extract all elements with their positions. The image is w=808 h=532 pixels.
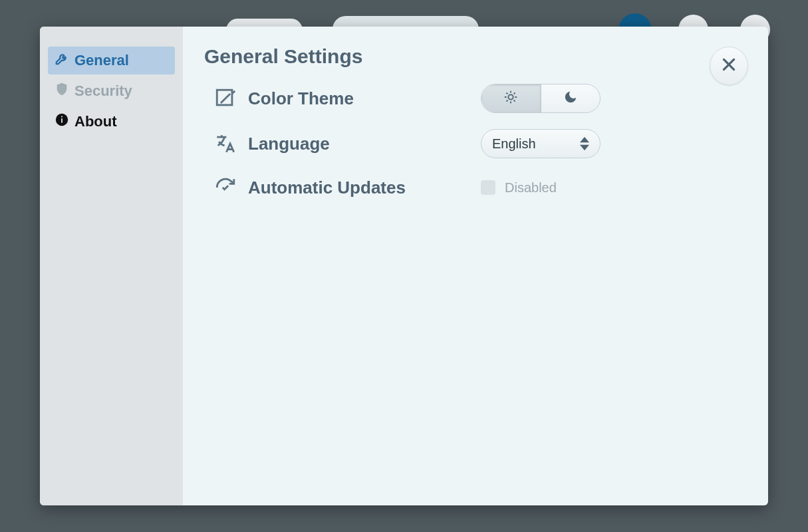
theme-dark-option[interactable] <box>541 84 601 112</box>
sidebar-item-general[interactable]: General <box>48 47 175 74</box>
sidebar-item-label: Security <box>74 82 132 100</box>
update-icon <box>212 174 239 201</box>
setting-label: Automatic Updates <box>248 178 481 198</box>
select-caret-icon <box>580 135 589 152</box>
translate-icon <box>212 130 239 157</box>
shield-icon <box>55 82 69 100</box>
settings-sidebar: General Security About <box>40 27 183 505</box>
settings-modal: General Security About General Settings <box>40 27 768 505</box>
sun-icon <box>503 90 518 107</box>
setting-row-language: Language English <box>212 129 747 158</box>
setting-label: Language <box>248 134 481 154</box>
auto-updates-control: Disabled <box>481 180 557 196</box>
language-select[interactable]: English <box>481 129 601 158</box>
info-icon <box>55 112 69 131</box>
svg-line-13 <box>507 100 508 102</box>
svg-rect-1 <box>61 118 63 122</box>
sidebar-item-label: About <box>74 113 117 130</box>
page-title: General Settings <box>204 45 747 68</box>
sidebar-item-security: Security <box>48 77 175 105</box>
setting-row-auto-updates: Automatic Updates Disabled <box>212 174 747 201</box>
svg-line-14 <box>514 92 515 94</box>
close-button[interactable] <box>710 47 748 85</box>
svg-line-11 <box>507 92 508 94</box>
svg-rect-5 <box>217 90 232 105</box>
color-theme-toggle <box>481 84 601 113</box>
auto-updates-checkbox[interactable] <box>481 180 495 195</box>
svg-rect-2 <box>61 116 63 118</box>
auto-updates-status: Disabled <box>505 180 557 196</box>
sidebar-item-label: General <box>74 52 129 69</box>
wrench-icon <box>55 51 69 70</box>
setting-row-color-theme: Color Theme <box>212 84 747 113</box>
moon-icon <box>563 90 578 107</box>
svg-point-6 <box>509 94 513 99</box>
settings-content: General Settings Color Theme <box>183 27 768 505</box>
close-icon <box>720 56 738 76</box>
setting-label: Color Theme <box>248 88 481 109</box>
language-value: English <box>492 136 536 152</box>
theme-icon <box>212 85 239 112</box>
sidebar-item-about[interactable]: About <box>48 108 175 136</box>
theme-light-option[interactable] <box>481 84 541 112</box>
svg-line-12 <box>514 100 515 102</box>
